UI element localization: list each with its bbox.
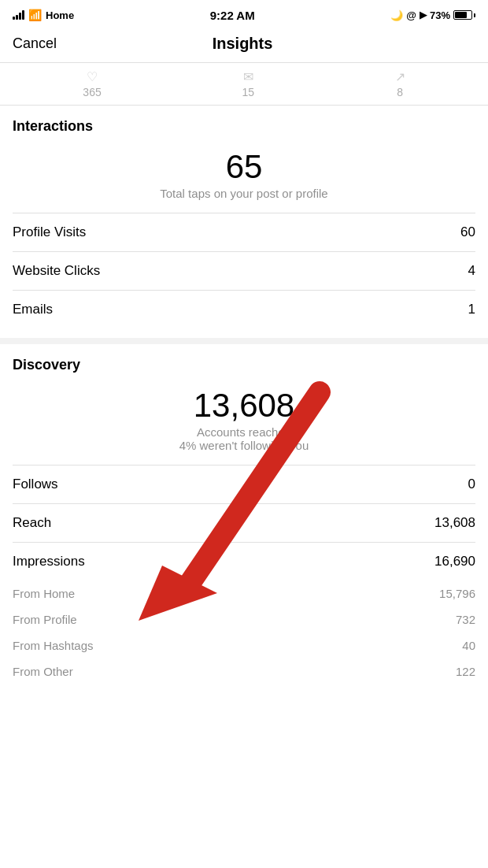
- website-clicks-label: Website Clicks: [13, 263, 100, 279]
- moon-icon: 🌙: [390, 9, 403, 21]
- from-hashtags-row: From Hashtags 40: [13, 632, 475, 658]
- comment-icon: ✉: [243, 69, 253, 84]
- impressions-container: Impressions 16,690 From Home 15,796 From…: [13, 542, 475, 684]
- from-profile-label: From Profile: [13, 613, 77, 626]
- discovery-title: Discovery: [13, 357, 475, 373]
- website-clicks-value: 4: [468, 263, 475, 279]
- interactions-big-stat: 65 Total taps on your post or profile: [13, 144, 475, 213]
- location-icon: ▶: [420, 9, 427, 20]
- shares-value: 8: [397, 86, 403, 98]
- discovery-big-number: 13,608: [13, 389, 475, 422]
- likes-value: 365: [83, 86, 101, 98]
- wifi-icon: 📶: [28, 9, 42, 21]
- page-title: Insights: [213, 35, 273, 53]
- impressions-value: 16,690: [434, 554, 475, 569]
- status-bar: 📶 Home 9:22 AM 🌙 @ ▶ 73%: [0, 0, 488, 28]
- from-home-label: From Home: [13, 587, 75, 600]
- heart-icon: ♡: [87, 69, 98, 84]
- reach-label: Reach: [13, 515, 51, 531]
- main-content: Interactions 65 Total taps on your post …: [0, 106, 488, 684]
- website-clicks-row: Website Clicks 4: [13, 251, 475, 290]
- from-profile-value: 732: [456, 613, 475, 626]
- discovery-big-stat: 13,608 Accounts reached 4% weren't follo…: [13, 383, 475, 465]
- cancel-button[interactable]: Cancel: [13, 35, 57, 52]
- profile-visits-label: Profile Visits: [13, 224, 86, 240]
- emails-row: Emails 1: [13, 290, 475, 328]
- summary-item-likes: ♡ 365: [83, 69, 101, 98]
- reach-row: Reach 13,608: [13, 503, 475, 542]
- profile-visits-row: Profile Visits 60: [13, 213, 475, 251]
- from-hashtags-label: From Hashtags: [13, 639, 94, 652]
- profile-visits-value: 60: [460, 224, 475, 240]
- top-summary-row: ♡ 365 ✉ 15 ↗ 8: [0, 63, 488, 106]
- carrier-label: Home: [46, 9, 74, 21]
- comments-value: 15: [242, 86, 254, 98]
- section-divider: [0, 338, 488, 344]
- from-hashtags-value: 40: [462, 639, 475, 652]
- from-other-row: From Other 122: [13, 658, 475, 684]
- interactions-big-number: 65: [13, 150, 475, 184]
- from-home-value: 15,796: [439, 587, 475, 600]
- battery-percent: 73%: [430, 9, 450, 21]
- from-other-label: From Other: [13, 665, 73, 678]
- interactions-big-label: Total taps on your post or profile: [13, 187, 475, 200]
- follows-value: 0: [468, 477, 475, 492]
- share-icon: ↗: [395, 69, 405, 84]
- status-time: 9:22 AM: [210, 9, 255, 22]
- summary-item-comments: ✉ 15: [242, 69, 254, 98]
- from-home-row: From Home 15,796: [13, 581, 475, 606]
- nav-bar: Cancel Insights: [0, 28, 488, 63]
- status-left: 📶 Home: [13, 9, 74, 21]
- follows-label: Follows: [13, 477, 58, 492]
- impressions-label: Impressions: [13, 554, 85, 569]
- emails-value: 1: [468, 302, 475, 317]
- summary-item-shares: ↗ 8: [395, 69, 405, 98]
- at-icon: @: [406, 9, 416, 21]
- discovery-big-sublabel: 4% weren't following you: [13, 439, 475, 452]
- status-right: 🌙 @ ▶ 73%: [390, 9, 475, 21]
- from-other-value: 122: [456, 665, 475, 678]
- reach-value: 13,608: [434, 515, 475, 531]
- emails-label: Emails: [13, 302, 53, 317]
- battery-icon: [453, 10, 475, 20]
- discovery-big-label: Accounts reached: [13, 425, 475, 439]
- signal-icon: [13, 10, 24, 20]
- discovery-section: Discovery 13,608 Accounts reached 4% wer…: [0, 344, 488, 684]
- interactions-section: Interactions 65 Total taps on your post …: [0, 106, 488, 328]
- impressions-row: Impressions 16,690: [13, 542, 475, 581]
- interactions-title: Interactions: [13, 118, 475, 135]
- follows-row: Follows 0: [13, 465, 475, 503]
- from-profile-row: From Profile 732: [13, 606, 475, 632]
